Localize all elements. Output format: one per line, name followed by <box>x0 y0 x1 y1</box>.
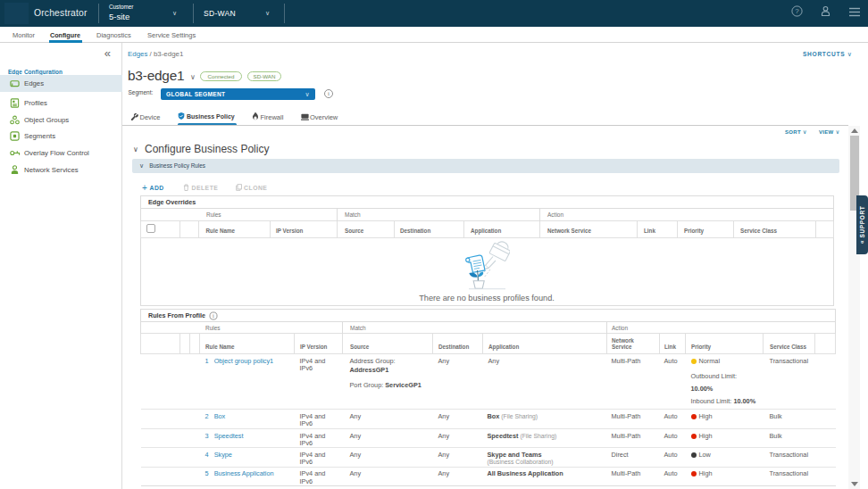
svg-text:?: ? <box>795 7 799 15</box>
